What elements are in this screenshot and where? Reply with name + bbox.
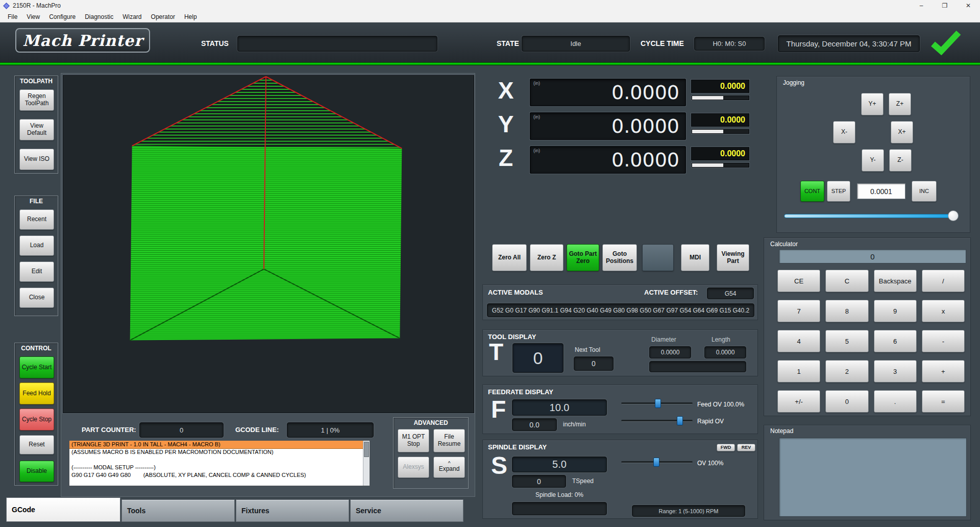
file-close-button[interactable]: Close — [19, 288, 54, 308]
feedrate-commanded-field[interactable]: 10.0 — [512, 399, 607, 416]
calc-key-divide[interactable]: / — [922, 270, 965, 292]
jog-z-minus-button[interactable]: Z- — [889, 149, 912, 172]
gcode-scrollbar[interactable] — [363, 441, 370, 486]
file-edit-button[interactable]: Edit — [19, 261, 54, 282]
regen-toolpath-button[interactable]: Regen ToolPath — [19, 89, 54, 111]
length-field[interactable]: 0.0000 — [704, 346, 746, 358]
gcode-line[interactable]: (ASSUMES MACRO B IS ENABLED PER MACROMOT… — [69, 448, 370, 456]
gcode-line[interactable]: (---------- MODAL SETUP ----------) — [69, 464, 370, 471]
calc-key-c[interactable]: C — [825, 270, 868, 292]
calc-key-plus[interactable]: + — [922, 360, 965, 382]
slider-thumb[interactable] — [677, 416, 683, 425]
calc-key-equals[interactable]: = — [922, 390, 965, 413]
file-recent-button[interactable]: Recent — [19, 209, 54, 230]
view-iso-button[interactable]: View ISO — [19, 149, 54, 170]
gcode-listing[interactable]: (TRIANGLE 3D PRINT - 1.0 IN TALL - MACH4… — [69, 440, 370, 486]
calc-key-minus[interactable]: - — [922, 330, 965, 352]
diameter-field[interactable]: 0.0000 — [649, 346, 691, 358]
calculator-panel: Calculator 0 CE C Backspace / 7 8 9 x 4 … — [764, 237, 971, 416]
calc-key-ce[interactable]: CE — [777, 270, 820, 292]
slider-thumb[interactable] — [655, 399, 661, 408]
m1-opt-stop-button[interactable]: M1 OPT Stop — [398, 429, 429, 452]
jog-x-plus-button[interactable]: X+ — [891, 121, 913, 143]
disable-button[interactable]: Disable — [19, 461, 54, 482]
file-resume-button[interactable]: File Resume — [433, 429, 465, 452]
view-default-button[interactable]: View Default — [19, 119, 54, 140]
file-load-button[interactable]: Load — [19, 235, 54, 256]
slider-thumb[interactable] — [948, 210, 959, 221]
spindle-commanded-field[interactable]: 5.0 — [512, 457, 607, 472]
dro-z[interactable]: (in) 0.0000 — [530, 146, 686, 174]
feed-override-slider[interactable] — [621, 398, 693, 409]
alexsys-button[interactable]: Alexsys — [398, 457, 429, 478]
menu-view[interactable]: View — [22, 12, 44, 21]
jog-y-minus-button[interactable]: Y- — [862, 149, 884, 172]
blank-button[interactable] — [642, 244, 674, 271]
menu-file[interactable]: File — [3, 12, 22, 21]
feedrate-display-panel: FEEDRATE DISPLAY F 10.0 0.0 inch/min Fee… — [482, 385, 758, 434]
feed-hold-button[interactable]: Feed Hold — [19, 382, 54, 404]
calc-key-6[interactable]: 6 — [874, 330, 917, 352]
calculator-display[interactable]: 0 — [779, 249, 966, 264]
minimize-button[interactable]: – — [910, 0, 933, 11]
active-modals-panel: ACTIVE MODALS ACTIVE OFFSET: G54 G52 G0 … — [482, 284, 758, 320]
jog-inc-button[interactable]: INC — [912, 181, 937, 202]
spindle-rev-button[interactable]: REV — [737, 444, 755, 451]
menu-diagnostic[interactable]: Diagnostic — [80, 12, 118, 21]
gcode-line[interactable]: G90 G17 G40 G49 G80 (ABSOLUTE, XY PLANE,… — [69, 471, 370, 479]
calc-key-9[interactable]: 9 — [874, 300, 917, 322]
tab-fixtures[interactable]: Fixtures — [236, 499, 349, 522]
jog-x-minus-button[interactable]: X- — [833, 121, 855, 143]
calc-key-8[interactable]: 8 — [825, 300, 868, 322]
menu-operator[interactable]: Operator — [146, 12, 180, 21]
goto-positions-button[interactable]: Goto Positions — [602, 244, 637, 271]
jog-z-plus-button[interactable]: Z+ — [889, 93, 911, 115]
calc-key-backspace[interactable]: Backspace — [874, 270, 917, 292]
slider-thumb[interactable] — [653, 458, 659, 467]
tab-tools[interactable]: Tools — [121, 499, 235, 522]
rapid-override-slider[interactable] — [621, 416, 693, 426]
gcode-line[interactable] — [69, 456, 370, 464]
gcode-scrollbar-thumb[interactable] — [364, 442, 369, 457]
dro-x[interactable]: (in) 0.0000 — [530, 79, 686, 106]
goto-part-zero-button[interactable]: Goto Part Zero — [567, 244, 599, 271]
jog-cont-button[interactable]: CONT — [800, 181, 824, 202]
expand-button[interactable]: ^ Expand — [433, 457, 465, 478]
viewing-part-button[interactable]: Viewing Part — [717, 244, 749, 271]
reset-button[interactable]: Reset — [19, 435, 54, 454]
jog-y-plus-button[interactable]: Y+ — [861, 93, 884, 115]
zero-z-button[interactable]: Zero Z — [530, 244, 564, 271]
calc-key-0[interactable]: 0 — [825, 390, 868, 413]
cycle-stop-button[interactable]: Cycle Stop — [19, 409, 54, 430]
calc-key-multiply[interactable]: x — [922, 300, 965, 322]
mdi-button[interactable]: MDI — [681, 244, 709, 271]
calc-key-5[interactable]: 5 — [825, 330, 868, 352]
cycle-start-button[interactable]: Cycle Start — [19, 356, 54, 378]
tab-gcode[interactable]: GCode — [6, 497, 120, 522]
calc-key-7[interactable]: 7 — [777, 300, 820, 322]
calc-key-4[interactable]: 4 — [777, 330, 820, 352]
jog-rate-slider[interactable] — [784, 210, 959, 222]
gcode-line-current[interactable]: (TRIANGLE 3D PRINT - 1.0 IN TALL - MACH4… — [69, 441, 370, 448]
calc-key-3[interactable]: 3 — [874, 360, 917, 382]
close-button[interactable]: ✕ — [957, 0, 980, 11]
notepad-text-area[interactable] — [779, 438, 967, 517]
jog-increment-field[interactable]: 0.0001 — [857, 183, 905, 199]
calc-key-2[interactable]: 2 — [825, 360, 868, 382]
next-tool-field[interactable]: 0 — [574, 356, 614, 371]
menu-configure[interactable]: Configure — [44, 12, 80, 21]
calc-key-1[interactable]: 1 — [777, 360, 820, 382]
tab-service[interactable]: Service — [350, 499, 463, 522]
menu-help[interactable]: Help — [180, 12, 202, 21]
calc-key-plusminus[interactable]: +/- — [777, 390, 820, 413]
jog-step-button[interactable]: STEP — [827, 181, 850, 202]
maximize-button[interactable]: ❐ — [933, 0, 957, 11]
menu-wizard[interactable]: Wizard — [118, 12, 146, 21]
spindle-override-slider[interactable] — [621, 457, 693, 467]
dro-y[interactable]: (in) 0.0000 — [530, 112, 686, 140]
toolpath-view[interactable] — [63, 75, 474, 413]
zero-all-button[interactable]: Zero All — [492, 244, 527, 271]
spindle-fwd-button[interactable]: FWD — [717, 444, 735, 451]
calc-key-decimal[interactable]: . — [874, 390, 917, 413]
feedrate-display-title: FEEDRATE DISPLAY — [488, 388, 553, 396]
